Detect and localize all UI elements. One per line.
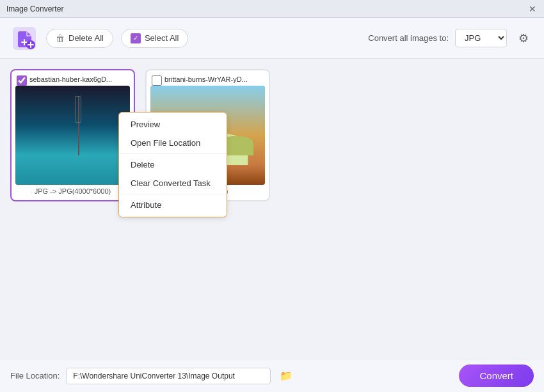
- image-info-sebastian: JPG -> JPG(4000*6000): [15, 185, 130, 196]
- toolbar: 🗑 Delete All ✓ Select All Convert all im…: [0, 18, 544, 59]
- select-all-icon: ✓: [131, 33, 141, 43]
- format-select[interactable]: JPG PNG WEBP BMP GIF: [455, 29, 507, 47]
- title-bar: Image Converter ✕: [0, 0, 544, 18]
- context-menu-divider-2: [119, 194, 227, 194]
- context-menu-delete[interactable]: Delete: [119, 155, 227, 174]
- image-card-sebastian[interactable]: sebastian-huber-kax6gD... JPG -> JPG(400…: [10, 69, 135, 201]
- delete-all-label: Delete All: [68, 33, 104, 43]
- delete-icon: 🗑: [56, 33, 65, 43]
- folder-button[interactable]: 📁: [277, 367, 295, 385]
- select-all-label: Select All: [145, 33, 179, 43]
- context-menu-attribute[interactable]: Attribute: [119, 196, 227, 214]
- toolbar-right: Convert all images to: JPG PNG WEBP BMP …: [368, 28, 534, 49]
- file-location-label: File Location:: [10, 371, 60, 380]
- settings-icon: ⚙: [518, 31, 529, 45]
- image-filename-sebastian: sebastian-huber-kax6gD...: [15, 74, 130, 86]
- convert-button[interactable]: Convert: [459, 365, 534, 387]
- image-checkbox-sebastian[interactable]: [17, 75, 27, 86]
- context-menu-clear-converted[interactable]: Clear Converted Task: [119, 174, 227, 192]
- context-menu: Preview Open File Location Delete Clear …: [118, 112, 227, 217]
- close-button[interactable]: ✕: [527, 4, 538, 14]
- select-all-button[interactable]: ✓ Select All: [121, 29, 188, 48]
- image-checkbox-brittani[interactable]: [152, 75, 162, 86]
- context-menu-preview[interactable]: Preview: [119, 115, 227, 134]
- convert-all-label: Convert all images to:: [368, 33, 449, 43]
- folder-icon: 📁: [280, 370, 292, 382]
- settings-button[interactable]: ⚙: [513, 28, 534, 49]
- main-area: sebastian-huber-kax6gD... JPG -> JPG(400…: [0, 59, 544, 212]
- bottom-bar: File Location: 📁 Convert: [0, 359, 544, 392]
- image-thumbnail-sebastian: [15, 86, 130, 185]
- context-menu-divider: [119, 153, 227, 154]
- file-location-input[interactable]: [66, 368, 271, 384]
- image-filename-brittani: brittani-burns-WrYAR-yD...: [150, 74, 265, 86]
- app-title: Image Converter: [6, 4, 63, 13]
- add-image-button[interactable]: [10, 24, 38, 52]
- delete-all-button[interactable]: 🗑 Delete All: [46, 29, 113, 48]
- context-menu-open-file-location[interactable]: Open File Location: [119, 134, 227, 152]
